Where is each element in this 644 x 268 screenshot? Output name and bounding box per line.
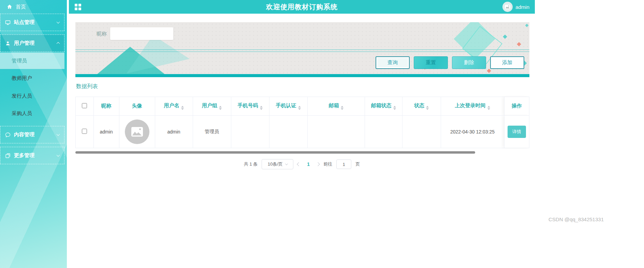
sidebar-item-label: 首页	[16, 4, 26, 10]
column-header-nickname: 昵称	[93, 97, 119, 115]
main-content: 昵称 查询 重置 删除 添加 数据列表	[69, 14, 535, 268]
column-header-actions: 操作	[504, 97, 529, 115]
nickname-filter: 昵称	[97, 27, 173, 40]
row-checkbox[interactable]	[82, 129, 87, 134]
nickname-label: 昵称	[97, 27, 107, 40]
sort-icon[interactable]	[487, 106, 490, 110]
select-all-cell	[76, 97, 93, 115]
cell-phone	[231, 115, 269, 148]
filter-panel: 昵称 查询 重置 删除 添加	[75, 22, 529, 77]
goto-label: 前往	[323, 161, 332, 167]
cell-group: 管理员	[193, 115, 231, 148]
decor-line	[75, 50, 529, 50]
section-title: 数据列表	[76, 83, 98, 90]
total-count-label: 共 1 条	[244, 161, 258, 167]
user-icon	[5, 41, 11, 46]
chevron-up-icon	[57, 42, 60, 45]
cell-status	[402, 115, 441, 148]
sort-icon[interactable]	[181, 106, 184, 110]
sort-icon[interactable]	[393, 106, 396, 110]
sort-icon[interactable]	[260, 106, 263, 110]
sidebar-item-procurement-staff[interactable]: 采购人员	[0, 105, 64, 122]
avatar	[502, 2, 513, 12]
column-header-phone-verified[interactable]: 手机认证	[269, 97, 307, 115]
nickname-input[interactable]	[110, 27, 173, 40]
delete-button[interactable]: 删除	[452, 56, 486, 69]
sidebar-subitem-label: 发行人员	[12, 93, 32, 99]
column-header-status[interactable]: 状态	[402, 97, 441, 115]
next-page-button[interactable]	[316, 162, 320, 166]
cell-avatar	[119, 115, 155, 148]
row-select-cell	[76, 115, 93, 148]
sidebar-item-label: 站点管理	[14, 19, 57, 26]
cell-email	[307, 115, 365, 148]
decor-dot	[503, 34, 507, 39]
sidebar-item-site-management[interactable]: 站点管理	[0, 14, 64, 31]
sort-icon[interactable]	[426, 106, 429, 110]
decor-dot	[487, 69, 491, 73]
goto-page-input[interactable]	[336, 159, 351, 169]
menu-grid-icon[interactable]	[75, 4, 81, 10]
decor-dot	[517, 42, 521, 46]
chevron-down-icon	[57, 132, 60, 136]
data-table: 昵称 头像 用户名 用户组 手机号码 手机认证 邮箱 邮箱状态 状态 上次登录时…	[75, 97, 529, 148]
page-size-value: 10条/页	[268, 161, 283, 167]
chevron-down-icon	[57, 153, 60, 157]
watermark: CSDN @qq_834251331	[548, 216, 604, 222]
detail-button[interactable]: 详情	[508, 126, 526, 138]
cell-nickname: admin	[93, 115, 119, 148]
image-icon	[505, 5, 510, 9]
sidebar-item-label: 用户管理	[14, 40, 57, 46]
decor-dot	[525, 24, 529, 27]
page-number[interactable]: 1	[304, 161, 312, 167]
sidebar-item-label: 更多管理	[14, 152, 57, 159]
column-header-email-status[interactable]: 邮箱状态	[365, 97, 402, 115]
app-window: 首页 站点管理 用户管理 管理员 教师用户 发行人员 采购人员	[0, 0, 535, 268]
avatar	[125, 119, 149, 144]
table-header-row: 昵称 头像 用户名 用户组 手机号码 手机认证 邮箱 邮箱状态 状态 上次登录时…	[76, 97, 529, 115]
prev-page-button[interactable]	[297, 162, 301, 166]
column-header-username[interactable]: 用户名	[155, 97, 193, 115]
table-row: admin admin 管理员 2022-04-30	[76, 115, 529, 148]
sidebar-item-user-management[interactable]: 用户管理	[0, 34, 64, 52]
column-header-phone[interactable]: 手机号码	[231, 97, 269, 115]
chevron-down-icon	[285, 162, 288, 165]
horizontal-scrollbar[interactable]	[75, 151, 475, 154]
sidebar-item-content-management[interactable]: 内容管理	[0, 126, 64, 143]
decor-line	[75, 52, 529, 52]
sidebar-item-admins[interactable]: 管理员	[0, 53, 64, 69]
sidebar-item-publishing-staff[interactable]: 发行人员	[0, 88, 64, 104]
chevron-down-icon	[57, 20, 60, 24]
sidebar-subitem-label: 管理员	[12, 58, 27, 64]
documents-icon	[5, 153, 11, 158]
sidebar-item-home[interactable]: 首页	[0, 0, 67, 14]
filter-buttons: 查询 重置 删除 添加	[376, 56, 524, 69]
sort-icon[interactable]	[298, 106, 301, 110]
sidebar-item-more-management[interactable]: 更多管理	[0, 147, 64, 164]
column-header-last-login[interactable]: 上次登录时间	[441, 97, 504, 115]
sidebar-item-label: 内容管理	[14, 131, 57, 138]
pagination: 共 1 条 10条/页 1 前往 页	[69, 159, 535, 169]
page-size-select[interactable]: 10条/页	[262, 159, 293, 169]
column-header-avatar: 头像	[119, 97, 155, 115]
username-label: admin	[515, 4, 529, 10]
select-all-checkbox[interactable]	[82, 103, 87, 108]
cell-email-status	[365, 115, 402, 148]
add-button[interactable]: 添加	[490, 56, 524, 69]
page-unit-label: 页	[355, 161, 360, 167]
top-bar: 欢迎使用教材订购系统 admin	[69, 0, 535, 14]
sidebar-subitem-label: 采购人员	[12, 110, 32, 117]
cell-actions: 详情	[504, 115, 529, 148]
reset-button[interactable]: 重置	[414, 56, 448, 69]
sort-icon[interactable]	[341, 106, 343, 110]
sort-icon[interactable]	[219, 106, 222, 110]
query-button[interactable]: 查询	[376, 56, 410, 69]
column-header-group[interactable]: 用户组	[193, 97, 231, 115]
sidebar-item-teacher-users[interactable]: 教师用户	[0, 70, 64, 86]
page-title: 欢迎使用教材订购系统	[69, 2, 535, 12]
monitor-icon	[5, 20, 11, 25]
column-header-email[interactable]: 邮箱	[307, 97, 365, 115]
comment-icon	[5, 132, 11, 138]
user-menu[interactable]: admin	[502, 0, 529, 14]
image-icon	[131, 127, 143, 137]
